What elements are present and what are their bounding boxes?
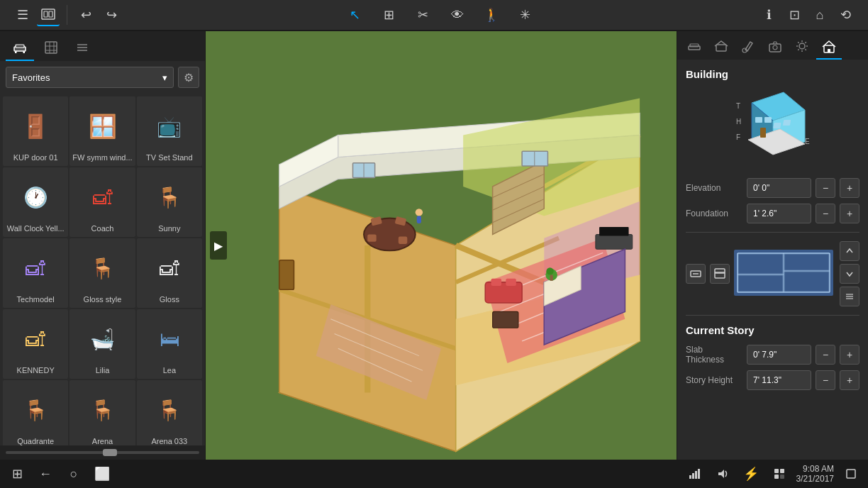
task-view-button[interactable]: ⬜ — [91, 462, 113, 485]
tab-blueprint[interactable] — [37, 35, 65, 61]
item-thumbnail: 🛋 — [77, 172, 128, 223]
add-story-button[interactable] — [710, 264, 730, 284]
person-tool[interactable]: 🚶 — [480, 4, 503, 26]
settings-button[interactable]: ⚙ — [178, 67, 199, 88]
scrollbar[interactable] — [0, 445, 205, 460]
elevation-label: Elevation — [686, 183, 742, 193]
light-tool[interactable]: ✳ — [514, 4, 537, 26]
svg-rect-68 — [716, 45, 726, 51]
floor-thumbnail — [734, 250, 835, 299]
show-desktop-button[interactable] — [840, 462, 862, 485]
3d-button[interactable]: ⟲ — [834, 4, 857, 26]
list-item[interactable]: 🛋 KENNEDY — [3, 309, 68, 379]
item-label: Quadrante — [6, 437, 65, 445]
current-story-title: Current Story — [686, 324, 859, 336]
network-icon[interactable] — [683, 462, 706, 485]
foundation-value[interactable]: 1' 2.6" — [747, 204, 811, 223]
tab-sun[interactable] — [789, 34, 815, 60]
list-item[interactable]: 🕐 Wall Clock Yell... — [3, 167, 68, 237]
tab-camera[interactable] — [762, 34, 788, 60]
svg-rect-46 — [506, 279, 516, 286]
story-down-button[interactable] — [840, 264, 859, 284]
tab-home-settings[interactable] — [816, 34, 842, 60]
elevation-increase-button[interactable]: + — [840, 178, 859, 198]
building-title: Building — [686, 68, 859, 80]
height-value[interactable]: 7' 11.3" — [747, 370, 811, 390]
item-label: Arena — [72, 437, 132, 445]
list-item[interactable]: 🪟 FW symm wind... — [69, 96, 135, 166]
info-button[interactable]: ℹ — [757, 4, 780, 26]
elevation-value[interactable]: 0' 0" — [747, 178, 811, 198]
search-button[interactable]: ○ — [62, 462, 85, 485]
tab-furniture-props[interactable] — [681, 34, 707, 60]
tab-list[interactable] — [68, 35, 96, 61]
tablet-button[interactable]: ⊡ — [783, 4, 806, 26]
slab-decrease-button[interactable]: − — [816, 345, 835, 365]
item-label: FW symm wind... — [72, 153, 132, 162]
tab-build[interactable] — [708, 34, 734, 60]
foundation-decrease-button[interactable]: − — [816, 204, 835, 223]
home-button[interactable]: ⌂ — [808, 4, 831, 26]
item-thumbnail: 🛁 — [77, 314, 128, 365]
undo-button[interactable]: ↩ — [74, 4, 97, 26]
notification-icon[interactable] — [768, 462, 791, 485]
view-tool[interactable]: 👁 — [446, 4, 469, 26]
scroll-thumb[interactable] — [103, 449, 117, 456]
list-item[interactable]: 🛏 Lea — [137, 309, 202, 379]
library-button[interactable] — [37, 4, 60, 26]
menu-button[interactable]: ☰ — [11, 4, 34, 26]
main-content: Favorites ▾ ⚙ 🚪 KUP door 01 🪟 FW symm wi… — [0, 31, 868, 460]
slab-increase-button[interactable]: + — [840, 345, 859, 365]
svg-rect-121 — [847, 470, 855, 478]
height-label: Story Height — [686, 375, 742, 385]
list-item[interactable]: 📺 TV Set Stand — [137, 96, 202, 166]
expand-arrow-button[interactable]: ▶ — [210, 231, 227, 260]
list-item[interactable]: 🪑 Arena 033 — [137, 380, 202, 445]
svg-text:E: E — [805, 138, 810, 145]
transform-tool[interactable]: ✂ — [412, 4, 435, 26]
story-up-button[interactable] — [840, 241, 859, 261]
back-button[interactable]: ← — [34, 462, 57, 485]
battery-icon[interactable]: ⚡ — [740, 462, 762, 485]
remove-story-button[interactable] — [686, 264, 706, 284]
list-item[interactable]: 🪑 Arena — [69, 380, 135, 445]
list-item[interactable]: 🪑 Quadrante — [3, 380, 68, 445]
volume-icon[interactable] — [711, 462, 734, 485]
taskbar: ⊞ ← ○ ⬜ ⚡ 9 — [0, 460, 868, 488]
favorites-dropdown[interactable]: Favorites ▾ — [6, 67, 174, 88]
list-item[interactable]: 🛋 Techmodel — [3, 238, 68, 308]
elevation-decrease-button[interactable]: − — [816, 178, 835, 198]
panel-toolbar: Favorites ▾ ⚙ — [0, 61, 205, 94]
item-thumbnail: 🪟 — [77, 101, 128, 152]
building-3d-svg: T H F E — [730, 89, 816, 167]
list-item[interactable]: 🚪 KUP door 01 — [3, 96, 68, 166]
redo-button[interactable]: ↪ — [100, 4, 123, 26]
right-panel-content: Building T H F E — [677, 60, 868, 460]
scroll-track[interactable] — [6, 451, 199, 454]
svg-rect-120 — [780, 475, 784, 479]
tab-paint[interactable] — [735, 34, 761, 60]
tab-furniture[interactable] — [6, 35, 34, 61]
move-tool[interactable]: ⊞ — [378, 4, 401, 26]
item-thumbnail: 🕐 — [10, 172, 61, 223]
story-height-row: Story Height 7' 11.3" − + — [686, 370, 859, 390]
select-tool[interactable]: ↖ — [344, 4, 367, 26]
svg-rect-44 — [485, 282, 522, 303]
foundation-increase-button[interactable]: + — [840, 204, 859, 223]
list-item[interactable]: 🛋 Gloss — [137, 238, 202, 308]
story-list-button[interactable] — [840, 287, 859, 306]
svg-rect-43 — [399, 237, 407, 244]
list-item[interactable]: 🛋 Coach — [69, 167, 135, 237]
svg-rect-93 — [773, 123, 781, 128]
svg-rect-95 — [760, 128, 766, 138]
svg-rect-94 — [782, 120, 790, 126]
start-button[interactable]: ⊞ — [6, 462, 28, 485]
height-decrease-button[interactable]: − — [816, 370, 835, 390]
svg-rect-59 — [279, 260, 294, 290]
list-item[interactable]: 🪑 Sunny — [137, 167, 202, 237]
list-item[interactable]: 🛁 Lilia — [69, 309, 135, 379]
svg-rect-114 — [695, 471, 697, 479]
height-increase-button[interactable]: + — [840, 370, 859, 390]
slab-value[interactable]: 0' 7.9" — [747, 345, 811, 365]
list-item[interactable]: 🪑 Gloss style — [69, 238, 135, 308]
